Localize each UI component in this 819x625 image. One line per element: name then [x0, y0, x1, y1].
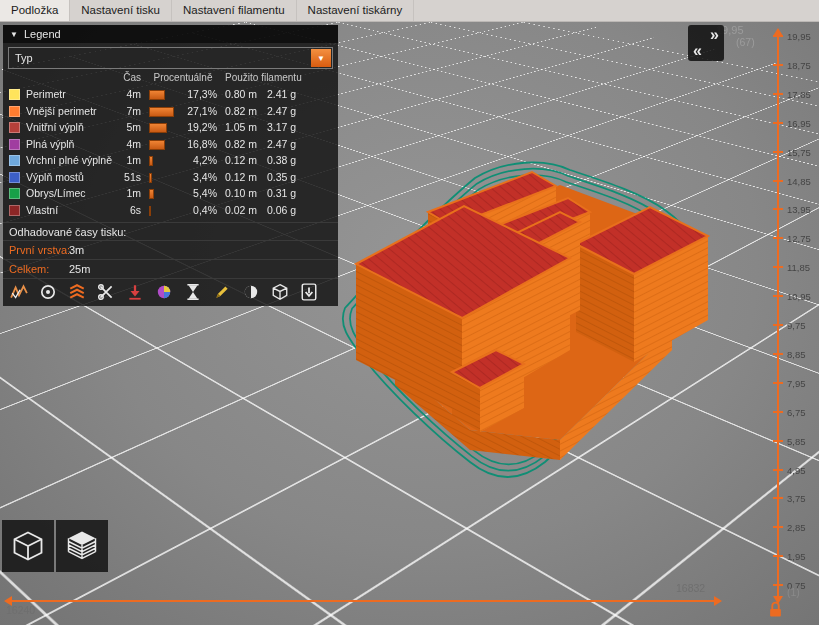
legend-row[interactable]: Vnější perimetr7m27,1%0.82 m2.47 g	[3, 104, 338, 121]
tab-plater[interactable]: Podložka	[0, 0, 70, 21]
legend-row[interactable]: Vlastní6s0,4%0.02 m0.06 g	[3, 203, 338, 220]
feature-percent: 0,4%	[179, 204, 217, 216]
feature-time: 7m	[99, 105, 141, 117]
seams-icon[interactable]	[68, 283, 86, 301]
tick-dash	[773, 237, 783, 239]
legend-title: Legend	[24, 28, 61, 40]
total-time-row: Celkem: 25m	[3, 259, 338, 278]
feature-time: 6s	[99, 204, 141, 216]
chevrons-right-icon: »	[710, 27, 719, 43]
legend-row[interactable]: Plná výplň4m16,8%0.82 m2.47 g	[3, 137, 338, 154]
legend-row[interactable]: Vrchní plné výplně1m4,2%0.12 m0.38 g	[3, 153, 338, 170]
feature-label: Obrys/Límec	[26, 187, 86, 199]
tick-height-label: 4,95	[787, 465, 806, 476]
tick-height-label: 3,75	[787, 493, 806, 504]
move-slider-min-value: 16240	[6, 604, 35, 616]
pause-print-icon[interactable]	[184, 283, 202, 301]
feature-color-swatch	[9, 122, 20, 133]
tick-height-label: 7,95	[787, 378, 806, 389]
tick-dash	[773, 324, 783, 326]
tab-filament-settings[interactable]: Nastavení filamentu	[172, 0, 297, 21]
custom-gcode-icon[interactable]	[213, 283, 231, 301]
feature-filament-length: 0.82 m	[225, 105, 257, 117]
feature-time: 1m	[99, 187, 141, 199]
color-change-icon[interactable]	[155, 283, 173, 301]
legend-row[interactable]: Vnitřní výplň5m19,2%1.05 m3.17 g	[3, 120, 338, 137]
column-header-percent: Procentuálně	[147, 72, 219, 83]
tick-height-label: 18,75	[787, 60, 811, 71]
feature-time: 4m	[99, 138, 141, 150]
feature-color-swatch	[9, 139, 20, 150]
tick-dash	[773, 93, 783, 95]
tool-change-icon[interactable]	[126, 283, 144, 301]
tick-dash	[773, 469, 783, 471]
tick-dash	[773, 440, 783, 442]
preview-3d-viewport[interactable]: ▼ Legend Typ ▼ Čas Procentuálně Použito …	[0, 22, 819, 625]
feature-percent: 3,4%	[179, 171, 217, 183]
retractions-icon[interactable]	[39, 283, 57, 301]
tick-dash	[773, 208, 783, 210]
tick-height-label: 12,75	[787, 233, 811, 244]
tool-marker-icon[interactable]	[300, 283, 318, 301]
tick-height-label: 13,95	[787, 204, 811, 215]
lock-icon[interactable]	[768, 600, 783, 618]
scissors-icon[interactable]	[97, 283, 115, 301]
view-type-dropdown[interactable]: Typ ▼	[8, 47, 333, 69]
tick-dash	[773, 35, 783, 37]
view-3d-button[interactable]	[2, 520, 54, 572]
layer-range-slider[interactable]: 19,9518,7517,8516,9515,7514,8513,9512,75…	[770, 30, 818, 602]
legend-panel: ▼ Legend Typ ▼ Čas Procentuálně Použito …	[3, 25, 338, 306]
legend-title-bar[interactable]: ▼ Legend	[3, 25, 338, 43]
layer-slider-track[interactable]	[777, 34, 779, 598]
feature-filament-weight: 2.41 g	[267, 88, 296, 100]
legend-table-header: Čas Procentuálně Použito filamentu	[3, 72, 338, 87]
column-header-filament: Použito filamentu	[225, 72, 302, 83]
tab-printer-settings[interactable]: Nastavení tiskárny	[297, 0, 415, 21]
feature-filament-weight: 0.38 g	[267, 154, 296, 166]
tab-print-settings[interactable]: Nastavení tisku	[70, 0, 172, 21]
tick-dash	[773, 64, 783, 66]
move-slider-right-arrow-icon[interactable]	[714, 596, 722, 606]
first-layer-time-row: První vrstva: 3m	[3, 240, 338, 259]
feature-percent: 16,8%	[179, 138, 217, 150]
total-time-value: 25m	[69, 260, 90, 279]
legend-row[interactable]: Výplň mostů51s3,4%0.12 m0.35 g	[3, 170, 338, 187]
feature-filament-length: 0.80 m	[225, 88, 257, 100]
feature-filament-length: 0.82 m	[225, 138, 257, 150]
first-layer-label: První vrstva:	[3, 244, 70, 256]
view-layers-button[interactable]	[56, 520, 108, 572]
tick-height-label: 17,85	[787, 89, 811, 100]
column-header-time: Čas	[99, 72, 141, 83]
first-layer-value: 3m	[69, 241, 84, 260]
tick-height-label: 5,85	[787, 436, 806, 447]
feature-percent-bar	[149, 206, 151, 216]
feature-percent-bar	[149, 123, 167, 133]
feature-filament-weight: 0.35 g	[267, 171, 296, 183]
travel-icon[interactable]	[10, 283, 28, 301]
legend-row[interactable]: Perimetr4m17,3%0.80 m2.41 g	[3, 87, 338, 104]
view-type-selected: Typ	[15, 52, 33, 64]
dropdown-button[interactable]: ▼	[311, 49, 331, 67]
cube-icon[interactable]	[271, 283, 289, 301]
tick-dash	[773, 122, 783, 124]
feature-color-swatch	[9, 89, 20, 100]
collapse-sidebar-button[interactable]: » «	[688, 25, 724, 61]
feature-label: Plná výplň	[26, 138, 74, 150]
estimated-times-title: Odhadované časy tisku:	[3, 222, 338, 240]
feature-filament-weight: 2.47 g	[267, 138, 296, 150]
feature-filament-length: 0.12 m	[225, 154, 257, 166]
slicer-window: PodložkaNastavení tiskuNastavení filamen…	[0, 0, 819, 625]
feature-label: Vnější perimetr	[26, 105, 97, 117]
feature-filament-weight: 2.47 g	[267, 105, 296, 117]
shells-icon[interactable]	[242, 283, 260, 301]
move-range-slider[interactable]	[8, 600, 718, 602]
feature-filament-weight: 3.17 g	[267, 121, 296, 133]
total-time-label: Celkem:	[3, 263, 49, 275]
feature-label: Vlastní	[26, 204, 58, 216]
bottom-layer-number: (1)	[787, 586, 800, 598]
feature-label: Výplň mostů	[26, 171, 84, 183]
legend-row[interactable]: Obrys/Límec1m5,4%0.10 m0.31 g	[3, 186, 338, 203]
feature-color-swatch	[9, 205, 20, 216]
tick-dash	[773, 411, 783, 413]
tick-height-label: 15,75	[787, 147, 811, 158]
